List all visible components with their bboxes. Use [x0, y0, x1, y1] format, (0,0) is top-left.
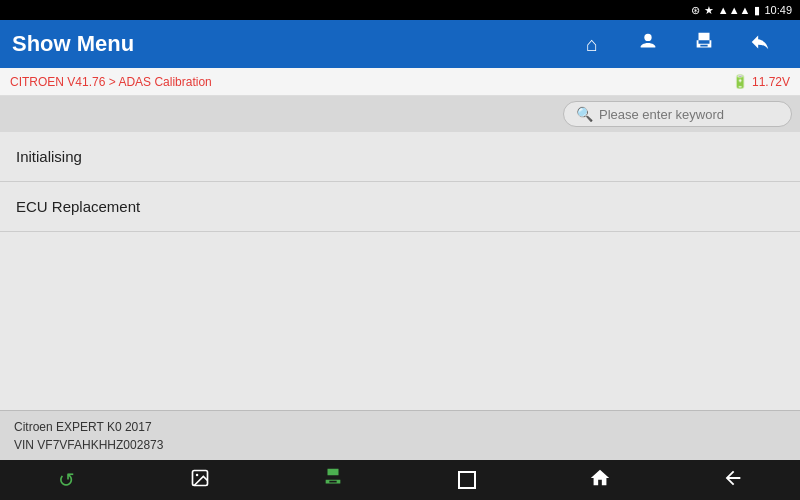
search-bar: 🔍 [0, 96, 800, 132]
search-icon: 🔍 [576, 106, 593, 122]
menu-item-ecu-replacement[interactable]: ECU Replacement [0, 182, 800, 232]
menu-list: Initialising ECU Replacement [0, 132, 800, 232]
printer-nav-button[interactable] [309, 460, 357, 500]
svg-point-0 [644, 34, 651, 41]
home-nav-icon [589, 467, 611, 494]
back-nav-button[interactable] [709, 460, 757, 500]
back-icon [722, 467, 744, 494]
profile-button[interactable] [620, 20, 676, 68]
exit-icon [749, 31, 771, 58]
refresh-nav-button[interactable]: ↺ [43, 460, 91, 500]
menu-item-initialising[interactable]: Initialising [0, 132, 800, 182]
menu-item-label: ECU Replacement [16, 198, 140, 215]
vehicle-vin: VIN VF7VFAHKHHZ002873 [14, 436, 786, 454]
bluetooth-icon: ⊛ [691, 4, 700, 17]
search-wrapper[interactable]: 🔍 [563, 101, 792, 127]
battery-icon: ▮ [754, 4, 760, 17]
refresh-icon: ↺ [58, 468, 75, 492]
android-nav-bar: ↺ [0, 460, 800, 500]
page-title: Show Menu [12, 31, 564, 57]
svg-point-2 [196, 474, 199, 477]
voltage-value: 11.72V [752, 75, 790, 89]
home-button[interactable]: ⌂ [564, 20, 620, 68]
voltage-badge: 🔋 11.72V [732, 74, 790, 89]
signal-icon: ▲▲▲ [718, 4, 751, 16]
person-icon [637, 31, 659, 57]
menu-item-label: Initialising [16, 148, 82, 165]
battery-warning-icon: 🔋 [732, 74, 748, 89]
gallery-icon [190, 468, 210, 492]
exit-button[interactable] [732, 20, 788, 68]
status-bar: ⊛ ★ ▲▲▲ ▮ 10:49 [0, 0, 800, 20]
print-button[interactable] [676, 20, 732, 68]
square-nav-button[interactable] [443, 460, 491, 500]
breadcrumb-bar: CITROEN V41.76 > ADAS Calibration 🔋 11.7… [0, 68, 800, 96]
gallery-nav-button[interactable] [176, 460, 224, 500]
header-actions: ⌂ [564, 20, 788, 68]
search-input[interactable] [599, 107, 779, 122]
vehicle-model: Citroen EXPERT K0 2017 [14, 418, 786, 436]
app-header: Show Menu ⌂ [0, 20, 800, 68]
main-wrapper: ⊛ ★ ▲▲▲ ▮ 10:49 Show Menu ⌂ [0, 0, 800, 500]
status-bar-icons: ⊛ ★ ▲▲▲ ▮ 10:49 [691, 4, 792, 17]
time-display: 10:49 [764, 4, 792, 16]
home-icon: ⌂ [586, 33, 598, 56]
home-nav-button[interactable] [576, 460, 624, 500]
printer-icon [322, 467, 344, 494]
footer-info: Citroen EXPERT K0 2017 VIN VF7VFAHKHHZ00… [0, 410, 800, 460]
wifi-icon: ★ [704, 4, 714, 17]
breadcrumb: CITROEN V41.76 > ADAS Calibration [10, 75, 212, 89]
print-icon [693, 31, 715, 58]
square-icon [458, 471, 476, 489]
